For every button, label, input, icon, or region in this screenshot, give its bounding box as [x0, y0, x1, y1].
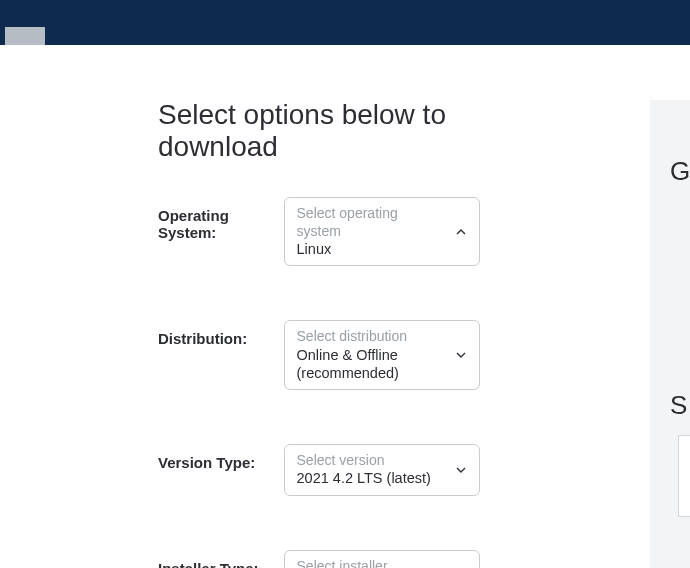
- installer-type-label: Installer Type:: [158, 550, 284, 569]
- chevron-down-icon: [455, 464, 467, 476]
- installer-type-select[interactable]: Select installer Online: [284, 550, 480, 569]
- version-type-select[interactable]: Select version 2021 4.2 LTS (latest): [284, 444, 480, 496]
- select-value: 2021 4.2 LTS (latest): [297, 469, 445, 487]
- select-value: Online & Offline (recommended): [297, 346, 445, 382]
- top-banner: [0, 0, 690, 45]
- side-panel-text: S: [670, 390, 687, 421]
- form-row-version-type: Version Type: Select version 2021 4.2 LT…: [158, 444, 480, 496]
- page-title: Select options below to download: [158, 99, 480, 163]
- distribution-label: Distribution:: [158, 320, 284, 347]
- download-options-panel: Select options below to download Operati…: [0, 45, 480, 568]
- chevron-down-icon: [455, 349, 467, 361]
- form-row-installer-type: Installer Type: Select installer Online: [158, 550, 480, 569]
- operating-system-select[interactable]: Select operating system Linux: [284, 197, 480, 266]
- form-row-operating-system: Operating System: Select operating syste…: [158, 197, 480, 266]
- select-placeholder: Select version: [297, 452, 445, 470]
- menu-icon[interactable]: [5, 27, 45, 45]
- chevron-up-icon: [455, 226, 467, 238]
- operating-system-label: Operating System:: [158, 197, 284, 241]
- select-placeholder: Select operating system: [297, 205, 445, 240]
- form-row-distribution: Distribution: Select distribution Online…: [158, 320, 480, 390]
- select-placeholder: Select installer: [297, 558, 445, 569]
- select-value: Linux: [297, 240, 445, 258]
- select-placeholder: Select distribution: [297, 328, 445, 346]
- distribution-select[interactable]: Select distribution Online & Offline (re…: [284, 320, 480, 390]
- version-type-label: Version Type:: [158, 444, 284, 471]
- side-panel-text: G: [670, 156, 690, 187]
- side-panel-box: [678, 435, 690, 517]
- side-panel: G S: [650, 100, 690, 568]
